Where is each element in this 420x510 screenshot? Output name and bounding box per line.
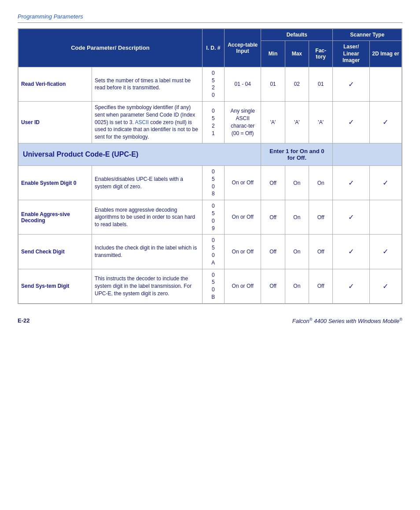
- header-max: Max: [285, 41, 309, 67]
- max-send-system-digit: On: [285, 269, 309, 303]
- laser-send-check-digit: ✓: [333, 235, 370, 269]
- desc-user-id: Specifies the symbology identifier (if a…: [92, 101, 203, 143]
- param-send-check-digit: Send Check Digit: [18, 235, 92, 269]
- laser-send-system-digit: ✓: [333, 269, 370, 303]
- desc-read-verification: Sets the number of times a label must be…: [92, 67, 203, 101]
- section-note-upce: Enter 1 for On and 0 for Off.: [261, 143, 333, 165]
- table-row: Enable System Digit 0 Enables/disables U…: [18, 165, 402, 200]
- factory-send-system-digit: Off: [309, 269, 333, 303]
- max-enable-aggressive: On: [285, 200, 309, 235]
- table-row: Send Check Digit Includes the check digi…: [18, 235, 402, 269]
- desc-enable-system-digit: Enables/disables UPC-E labels with a sys…: [92, 165, 203, 200]
- id-send-system-digit: 0 5 0 B: [202, 269, 224, 303]
- header-input: Accep-table Input: [224, 29, 261, 67]
- footer-page-number: E-22: [18, 317, 29, 324]
- header-laser: Laser/ Linear Imager: [333, 41, 370, 67]
- input-enable-aggressive: On or Off: [224, 200, 261, 235]
- header-param-desc: Code Parameter/ Description: [18, 29, 203, 67]
- input-send-system-digit: On or Off: [224, 269, 261, 303]
- min-read-verification: 01: [261, 67, 285, 101]
- input-read-verification: 01 - 04: [224, 67, 261, 101]
- laser-user-id: ✓: [333, 101, 370, 143]
- laser-enable-system-digit: ✓: [333, 165, 370, 200]
- footer-product-name: Falcon® 4400 Series with Windows Mobile®: [292, 317, 402, 324]
- section-blank-upce: [333, 143, 402, 165]
- main-table-wrapper: Code Parameter/ Description I. D. # Acce…: [18, 28, 402, 304]
- page-title: Programming Parameters: [18, 13, 402, 23]
- param-user-id: User ID: [18, 101, 92, 143]
- param-send-system-digit: Send Sys-tem Digit: [18, 269, 92, 303]
- section-header-upce: Universal Product Code-E (UPC-E) Enter 1…: [18, 143, 402, 165]
- id-enable-system-digit: 0 5 0 8: [202, 165, 224, 200]
- factory-user-id: 'A': [309, 101, 333, 143]
- min-enable-system-digit: Off: [261, 165, 285, 200]
- desc-user-id-link: ASCII: [135, 119, 148, 125]
- max-read-verification: 02: [285, 67, 309, 101]
- min-send-system-digit: Off: [261, 269, 285, 303]
- id-read-verification: 0 5 2 0: [202, 67, 224, 101]
- input-user-id: Any single ASCII charac-ter (00 = Off): [224, 101, 261, 143]
- parameters-table: Code Parameter/ Description I. D. # Acce…: [18, 29, 402, 304]
- header-row-top: Code Parameter/ Description I. D. # Acce…: [18, 29, 402, 41]
- 2d-send-check-digit: ✓: [369, 235, 402, 269]
- factory-enable-aggressive: Off: [309, 200, 333, 235]
- param-read-verification: Read Veri-fication: [18, 67, 92, 101]
- max-enable-system-digit: On: [285, 165, 309, 200]
- input-enable-system-digit: On or Off: [224, 165, 261, 200]
- table-row: User ID Specifies the symbology identifi…: [18, 101, 402, 143]
- 2d-enable-aggressive: [369, 200, 402, 235]
- page-footer: E-22 Falcon® 4400 Series with Windows Mo…: [18, 317, 402, 324]
- max-user-id: 'A': [285, 101, 309, 143]
- table-row: Read Veri-fication Sets the number of ti…: [18, 67, 402, 101]
- id-send-check-digit: 0 5 0 A: [202, 235, 224, 269]
- 2d-send-system-digit: ✓: [369, 269, 402, 303]
- desc-send-system-digit: This instructs the decoder to include th…: [92, 269, 203, 303]
- laser-enable-aggressive: ✓: [333, 200, 370, 235]
- header-min: Min: [261, 41, 285, 67]
- header-id: I. D. #: [202, 29, 224, 67]
- laser-read-verification: ✓: [333, 67, 370, 101]
- header-2d: 2D Imag er: [369, 41, 402, 67]
- header-scanner-type: Scanner Type: [333, 29, 402, 41]
- desc-enable-aggressive: Enables more aggressive decoding algorit…: [92, 200, 203, 235]
- section-title-upce: Universal Product Code-E (UPC-E): [18, 143, 261, 165]
- desc-send-check-digit: Includes the check digit in the label wh…: [92, 235, 203, 269]
- header-defaults: Defaults: [261, 29, 333, 41]
- param-enable-aggressive: Enable Aggres-sive Decoding: [18, 200, 92, 235]
- 2d-read-verification: [369, 67, 402, 101]
- input-send-check-digit: On or Off: [224, 235, 261, 269]
- id-user-id: 0 5 2 1: [202, 101, 224, 143]
- table-row: Enable Aggres-sive Decoding Enables more…: [18, 200, 402, 235]
- max-send-check-digit: On: [285, 235, 309, 269]
- 2d-user-id: ✓: [369, 101, 402, 143]
- min-user-id: 'A': [261, 101, 285, 143]
- min-enable-aggressive: Off: [261, 200, 285, 235]
- header-factory: Fac-tory: [309, 41, 333, 67]
- table-row: Send Sys-tem Digit This instructs the de…: [18, 269, 402, 303]
- param-enable-system-digit: Enable System Digit 0: [18, 165, 92, 200]
- id-enable-aggressive: 0 5 0 9: [202, 200, 224, 235]
- factory-read-verification: 01: [309, 67, 333, 101]
- min-send-check-digit: Off: [261, 235, 285, 269]
- factory-enable-system-digit: On: [309, 165, 333, 200]
- 2d-enable-system-digit: ✓: [369, 165, 402, 200]
- factory-send-check-digit: Off: [309, 235, 333, 269]
